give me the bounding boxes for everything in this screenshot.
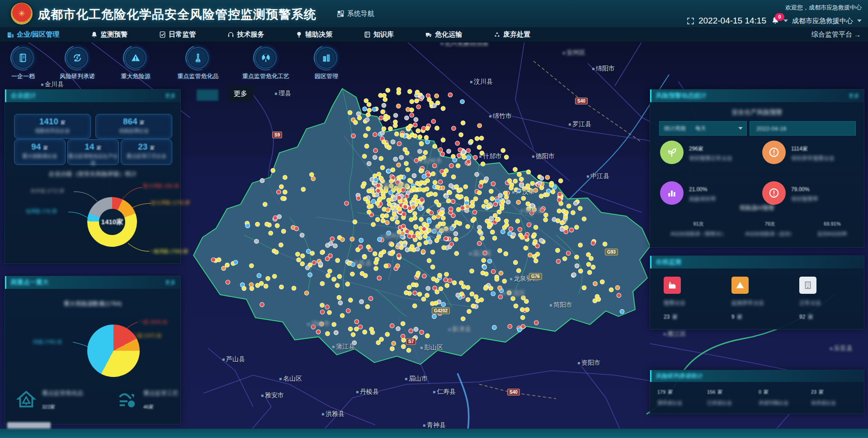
map-marker[interactable] — [507, 179, 512, 183]
map-marker[interactable] — [490, 197, 495, 201]
map-marker[interactable] — [443, 236, 448, 241]
map-marker[interactable] — [413, 304, 417, 308]
map-marker[interactable] — [589, 256, 594, 261]
map-marker[interactable] — [400, 133, 405, 137]
map-marker[interactable] — [367, 189, 371, 193]
map-marker[interactable] — [263, 202, 268, 207]
map-marker[interactable] — [420, 330, 424, 334]
map-marker[interactable] — [560, 227, 564, 231]
map-marker[interactable] — [491, 292, 495, 296]
enterprise-stat-card-1[interactable]: 864 家在线监测企业 — [95, 114, 172, 139]
map-marker[interactable] — [492, 325, 497, 330]
map-marker[interactable] — [414, 118, 418, 122]
map-marker[interactable] — [348, 110, 352, 115]
map-marker[interactable] — [255, 239, 259, 244]
map-marker[interactable] — [572, 273, 576, 277]
map-marker[interactable] — [279, 285, 284, 289]
map-marker[interactable] — [413, 212, 417, 216]
map-marker[interactable] — [566, 251, 571, 256]
map-marker[interactable] — [296, 252, 300, 257]
map-marker[interactable] — [533, 254, 537, 259]
submenu-item-5[interactable]: 园区管理 — [297, 47, 356, 80]
map-marker[interactable] — [413, 291, 417, 296]
map-marker[interactable] — [399, 175, 403, 179]
map-marker[interactable] — [413, 134, 417, 138]
map-marker[interactable] — [477, 225, 482, 230]
map-marker[interactable] — [491, 182, 495, 186]
map-marker[interactable] — [264, 284, 268, 288]
map-marker[interactable] — [326, 331, 330, 336]
map-marker[interactable] — [257, 273, 261, 278]
map-marker[interactable] — [379, 116, 383, 120]
map-marker[interactable] — [404, 161, 409, 166]
map-marker[interactable] — [593, 282, 598, 286]
map-marker[interactable] — [521, 316, 525, 320]
map-marker[interactable] — [381, 219, 385, 223]
map-marker[interactable] — [334, 330, 339, 335]
map-marker[interactable] — [508, 324, 512, 329]
map-marker[interactable] — [387, 169, 391, 174]
map-marker[interactable] — [416, 105, 421, 109]
map-marker[interactable] — [328, 254, 333, 258]
map-marker[interactable] — [433, 192, 438, 197]
map-marker[interactable] — [515, 219, 520, 223]
map-marker[interactable] — [272, 274, 277, 279]
map-marker[interactable] — [422, 227, 426, 231]
map-marker[interactable] — [434, 301, 438, 306]
map-marker[interactable] — [596, 297, 601, 301]
map-marker[interactable] — [461, 317, 466, 321]
map-marker[interactable] — [395, 132, 399, 137]
map-marker[interactable] — [620, 309, 624, 314]
map-marker[interactable] — [439, 287, 443, 291]
map-marker[interactable] — [422, 126, 426, 131]
map-marker[interactable] — [300, 233, 304, 238]
map-marker[interactable] — [462, 155, 467, 160]
map-marker[interactable] — [415, 247, 420, 251]
menu-item-5[interactable]: 知识库 — [364, 30, 394, 39]
map-marker[interactable] — [397, 141, 401, 146]
map-marker[interactable] — [403, 205, 408, 209]
map-marker[interactable] — [498, 286, 502, 290]
map-marker[interactable] — [521, 196, 526, 201]
map-marker[interactable] — [402, 212, 406, 217]
map-marker[interactable] — [460, 206, 465, 210]
map-marker[interactable] — [415, 199, 420, 203]
map-marker[interactable] — [517, 268, 521, 273]
enterprise-stat-card-2[interactable]: 94 家重大危险源企业 — [14, 139, 66, 165]
map-marker[interactable] — [301, 187, 306, 192]
map-marker[interactable] — [392, 197, 397, 201]
map-marker[interactable] — [376, 217, 380, 222]
map-marker[interactable] — [367, 210, 372, 214]
map-marker[interactable] — [393, 113, 398, 118]
map-marker[interactable] — [453, 231, 458, 236]
map-marker[interactable] — [366, 245, 371, 249]
map-marker[interactable] — [586, 253, 591, 257]
map-marker[interactable] — [392, 341, 396, 346]
map-marker[interactable] — [472, 217, 476, 221]
map-marker[interactable] — [505, 223, 509, 227]
caret-down-icon[interactable] — [783, 19, 788, 22]
map-marker[interactable] — [562, 257, 567, 261]
map-marker[interactable] — [414, 327, 418, 332]
org-dropdown[interactable]: 成都市应急救援中心 — [792, 17, 853, 25]
map-marker[interactable] — [499, 271, 503, 275]
map-marker[interactable] — [449, 184, 453, 188]
map-marker[interactable] — [335, 283, 340, 288]
map-marker[interactable] — [359, 300, 364, 304]
map-marker[interactable] — [569, 228, 574, 232]
map-marker[interactable] — [408, 89, 412, 94]
map-marker[interactable] — [382, 93, 387, 98]
map-marker[interactable] — [351, 333, 355, 337]
map-marker[interactable] — [407, 285, 411, 290]
map-marker[interactable] — [275, 223, 280, 228]
map-marker[interactable] — [441, 221, 446, 226]
map-marker[interactable] — [504, 252, 508, 256]
map-marker[interactable] — [525, 307, 529, 312]
map-marker[interactable] — [382, 127, 386, 131]
map-marker[interactable] — [479, 136, 484, 141]
map-marker[interactable] — [387, 202, 392, 207]
map-marker[interactable] — [414, 158, 419, 163]
map-marker[interactable] — [478, 184, 483, 188]
submenu-item-1[interactable]: 风险研判承诺 — [48, 47, 107, 80]
map-more-button[interactable]: 更多 — [227, 86, 254, 102]
